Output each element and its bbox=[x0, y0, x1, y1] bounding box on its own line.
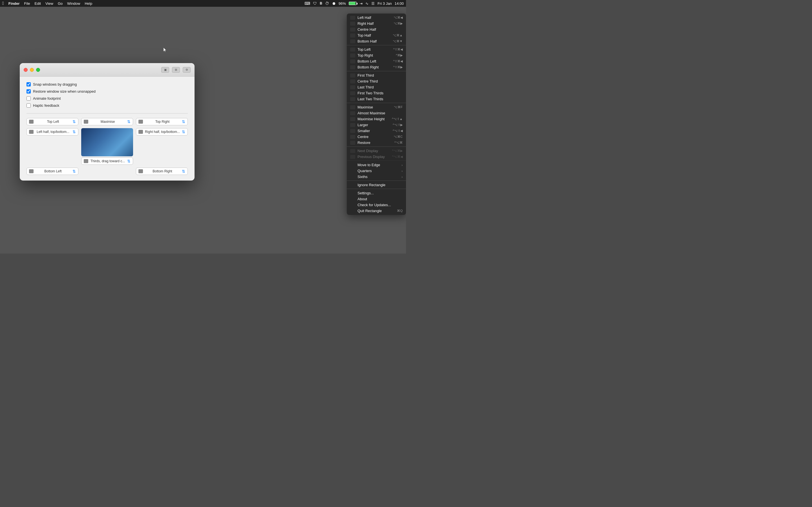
menu-item-centre-third[interactable]: Centre Third bbox=[347, 78, 406, 84]
snap-icon-top-center bbox=[84, 120, 88, 124]
close-button[interactable] bbox=[24, 68, 28, 72]
menu-item-next-display: Next Display ^⌥⌘▶ bbox=[347, 148, 406, 154]
menu-item-bottom-right[interactable]: Bottom Right ^⇧⌘▶ bbox=[347, 64, 406, 71]
date-display: Fri 3 Jan bbox=[377, 1, 392, 6]
timer-icon[interactable]: ⏱ bbox=[325, 1, 329, 6]
menu-icon-last-third bbox=[350, 86, 355, 89]
menu-icon-centre-half bbox=[350, 27, 355, 32]
menu-item-top-half[interactable]: Top Half ⌥⌘▲ bbox=[347, 33, 406, 38]
traffic-lights bbox=[24, 68, 40, 72]
battery-fill bbox=[349, 2, 356, 5]
snap-icon-mid-right bbox=[139, 130, 143, 134]
window-menu[interactable]: Window bbox=[67, 1, 80, 6]
menu-item-last-third[interactable]: Last Third bbox=[347, 84, 406, 90]
snap-dropdown-mid-center[interactable]: Thirds, drag toward c... ⇅ bbox=[81, 158, 133, 165]
checkbox-restore-input[interactable] bbox=[27, 89, 31, 94]
arrow-mid-left: ⇅ bbox=[72, 129, 76, 134]
shield-icon[interactable]: 🛡 bbox=[313, 1, 317, 6]
menu-item-last-two-thirds[interactable]: Last Two Thirds bbox=[347, 96, 406, 103]
snap-cell-top-right: Top Right ⇅ bbox=[136, 118, 188, 125]
menu-item-first-third[interactable]: First Third bbox=[347, 72, 406, 78]
maximize-button[interactable] bbox=[36, 68, 40, 72]
arrow-top-right: ⇅ bbox=[182, 119, 185, 124]
finder-menu[interactable]: Finder bbox=[8, 1, 20, 6]
checkbox-snap-input[interactable] bbox=[27, 82, 31, 87]
menubar-left:  Finder File Edit View Go Window Help bbox=[2, 1, 92, 6]
minimize-button[interactable] bbox=[30, 68, 34, 72]
menu-item-centre[interactable]: Centre ⌥⌘C bbox=[347, 134, 406, 140]
toolbar-icon-1[interactable]: ▣ bbox=[161, 67, 169, 73]
menu-item-settings[interactable]: Settings... bbox=[347, 190, 406, 196]
menu-item-top-right[interactable]: Top Right ^⌘▶ bbox=[347, 52, 406, 58]
snap-cell-bottom-right: Bottom Right ⇅ bbox=[136, 168, 188, 175]
menubar-right: ⌨ 🛡 B ⏱ ⏺ 96% ⇥ ∿ ☰ Fri 3 Jan 14:00 bbox=[305, 1, 404, 6]
snap-dropdown-mid-right[interactable]: Right half, top/bottom... ⇅ bbox=[136, 128, 188, 135]
menu-item-smaller[interactable]: Smaller ^⌥⇧◀ bbox=[347, 128, 406, 134]
menu-item-right-half[interactable]: Right Half ⌥⌘▶ bbox=[347, 20, 406, 26]
menu-item-bottom-left[interactable]: Bottom Left ^⇧⌘◀ bbox=[347, 58, 406, 64]
snap-cell-bottom-left: Bottom Left ⇅ bbox=[27, 168, 79, 175]
file-menu[interactable]: File bbox=[24, 1, 30, 6]
checkbox-animate-input[interactable] bbox=[27, 96, 31, 101]
go-menu[interactable]: Go bbox=[58, 1, 63, 6]
menu-item-check-updates[interactable]: Check for Updates... bbox=[347, 202, 406, 208]
snap-dropdown-bottom-right[interactable]: Bottom Right ⇅ bbox=[136, 168, 188, 175]
menu-item-almost-maximise[interactable]: Almost Maximise bbox=[347, 110, 406, 116]
controlcenter-icon[interactable]: ☰ bbox=[371, 1, 375, 6]
rectangle-icon[interactable]: B bbox=[320, 1, 322, 5]
toolbar-icon-3[interactable]: ⚙ bbox=[183, 67, 191, 73]
checkbox-animate[interactable]: Animate footprint bbox=[27, 96, 188, 101]
view-menu[interactable]: View bbox=[45, 1, 53, 6]
snap-icon-top-left bbox=[29, 120, 34, 124]
desktop: ▣ ⊞ ⚙ Snap windows by dragging Restore w… bbox=[0, 7, 406, 253]
snap-icon-mid-center bbox=[84, 159, 88, 163]
menu-item-left-half[interactable]: Left Half ⌥⌘◀ bbox=[347, 15, 406, 20]
menu-icon-right-half bbox=[350, 22, 355, 25]
arrow-mid-center: ⇅ bbox=[127, 159, 131, 163]
menu-item-about[interactable]: About bbox=[347, 196, 406, 202]
kbd-icon[interactable]: ⌨ bbox=[305, 1, 310, 6]
snap-dropdown-bottom-left[interactable]: Bottom Left ⇅ bbox=[27, 168, 79, 175]
menu-icon-larger bbox=[350, 123, 355, 127]
menu-icon-top-half bbox=[350, 34, 355, 38]
snap-dropdown-top-right[interactable]: Top Right ⇅ bbox=[136, 118, 188, 125]
menu-item-restore[interactable]: Restore ^⌥⌘ bbox=[347, 140, 406, 147]
edit-menu[interactable]: Edit bbox=[35, 1, 41, 6]
arrow-bottom-left: ⇅ bbox=[72, 169, 76, 173]
help-menu[interactable]: Help bbox=[85, 1, 92, 6]
checkbox-restore[interactable]: Restore window size when unsnapped bbox=[27, 89, 188, 94]
checkbox-snap[interactable]: Snap windows by dragging bbox=[27, 82, 188, 87]
checkbox-haptic-input[interactable] bbox=[27, 103, 31, 108]
snap-dropdown-top-center[interactable]: Maximise ⇅ bbox=[81, 118, 133, 125]
snap-icon-bottom-left bbox=[29, 169, 34, 173]
menu-item-prev-display: Previous Display ^⌥⌘◀ bbox=[347, 154, 406, 161]
menu-item-quit[interactable]: Quit Rectangle ⌘Q bbox=[347, 208, 406, 214]
menu-item-maximise[interactable]: Maximise ⌥⌘F bbox=[347, 104, 406, 110]
checkbox-haptic[interactable]: Haptic feedback bbox=[27, 103, 188, 108]
settings-window: ▣ ⊞ ⚙ Snap windows by dragging Restore w… bbox=[20, 63, 195, 180]
menu-icon-last-two-thirds bbox=[350, 97, 355, 101]
window-titlebar: ▣ ⊞ ⚙ bbox=[20, 63, 195, 76]
snap-cell-mid-right: Right half, top/bottom... ⇅ bbox=[136, 128, 188, 165]
snap-dropdown-mid-left[interactable]: Left half, top/bottom... ⇅ bbox=[27, 128, 79, 135]
menu-item-ignore-rectangle[interactable]: Ignore Rectangle bbox=[347, 182, 406, 189]
menu-item-larger[interactable]: Larger ^⌥⇧▶ bbox=[347, 122, 406, 128]
menu-item-quarters[interactable]: Quarters › bbox=[347, 168, 406, 174]
menu-item-sixths[interactable]: Sixths › bbox=[347, 174, 406, 181]
snap-grid: Top Left ⇅ Maximise ⇅ Top Right ⇅ bbox=[27, 118, 188, 175]
menu-icon-prev-display bbox=[350, 155, 355, 159]
menu-item-move-to-edge[interactable]: Move to Edge › bbox=[347, 162, 406, 168]
toolbar-icon-2[interactable]: ⊞ bbox=[172, 67, 180, 73]
snap-dropdown-top-left[interactable]: Top Left ⇅ bbox=[27, 118, 79, 125]
apple-menu[interactable]:  bbox=[2, 1, 4, 6]
menu-icon-top-right bbox=[350, 54, 355, 57]
menu-icon-maximise-height bbox=[350, 117, 355, 121]
menu-item-maximise-height[interactable]: Maximise Height ^⌥⇧▲ bbox=[347, 116, 406, 122]
menu-icon-left-half bbox=[350, 16, 355, 20]
menu-item-bottom-half[interactable]: Bottom Half ⌥⌘▼ bbox=[347, 38, 406, 45]
menu-item-first-two-thirds[interactable]: First Two Thirds bbox=[347, 90, 406, 96]
menu-icon-maximise bbox=[350, 105, 355, 109]
menu-item-top-left[interactable]: Top Left ^⇧⌘◀ bbox=[347, 47, 406, 52]
menu-item-centre-half[interactable]: Centre Half bbox=[347, 26, 406, 33]
record-icon[interactable]: ⏺ bbox=[332, 1, 336, 6]
